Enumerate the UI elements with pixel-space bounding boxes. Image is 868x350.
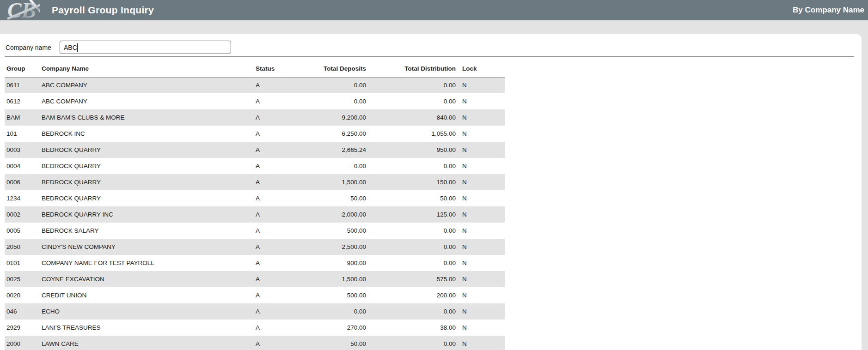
cell-group: 046 xyxy=(5,303,40,320)
table-row[interactable]: 046 ECHO A 0.00 0.00 N xyxy=(5,303,505,320)
column-header-distribution: Total Distribution xyxy=(371,60,460,77)
cell-deposits: 2,500.00 xyxy=(299,239,371,255)
payroll-group-table: Group Company Name Status Total Deposits… xyxy=(5,60,505,350)
cell-group: 0002 xyxy=(5,206,40,223)
cell-company-name: BEDROCK QUARRY xyxy=(40,174,252,190)
cell-status: A xyxy=(252,223,299,239)
cell-distribution: 1,055.00 xyxy=(371,126,460,142)
cell-company-name: ECHO xyxy=(40,303,252,320)
table-row[interactable]: 2929 LANI'S TREASURES A 270.00 38.00 N xyxy=(5,320,505,336)
column-header-status: Status xyxy=(252,60,299,77)
cell-lock: N xyxy=(460,271,505,287)
table-row[interactable]: 1234 BEDROCK QUARRY A 50.00 50.00 N xyxy=(5,190,505,206)
cell-lock: N xyxy=(460,239,505,255)
table-row[interactable]: 0612 ABC COMPANY A 0.00 0.00 N xyxy=(5,93,505,109)
page-gutter xyxy=(862,20,868,350)
cell-group: 0006 xyxy=(5,174,40,190)
cbx-logo-icon: CB xyxy=(6,0,40,20)
cell-status: A xyxy=(252,93,299,109)
cell-status: A xyxy=(252,255,299,271)
cell-status: A xyxy=(252,190,299,206)
cell-group: 2929 xyxy=(5,320,40,336)
table-row[interactable]: 0004 BEDROCK QUARRY A 0.00 0.00 N xyxy=(5,158,505,174)
cell-group: 2050 xyxy=(5,239,40,255)
cell-status: A xyxy=(252,303,299,320)
cell-distribution: 0.00 xyxy=(371,77,460,93)
column-header-group: Group xyxy=(5,60,40,77)
cell-lock: N xyxy=(460,126,505,142)
cell-company-name: COMPANY NAME FOR TEST PAYROLL xyxy=(40,255,252,271)
cell-distribution: 200.00 xyxy=(371,287,460,303)
cell-status: A xyxy=(252,336,299,350)
cell-company-name: COYNE EXCAVATION xyxy=(40,271,252,287)
inquiry-mode-label: By Company Name xyxy=(793,6,864,15)
table-row[interactable]: 0025 COYNE EXCAVATION A 1,500.00 575.00 … xyxy=(5,271,505,287)
cell-status: A xyxy=(252,320,299,336)
company-name-input-wrap xyxy=(60,41,231,54)
cell-company-name: BEDROCK QUARRY xyxy=(40,190,252,206)
cell-deposits: 2,000.00 xyxy=(299,206,371,223)
table-header: Group Company Name Status Total Deposits… xyxy=(5,60,505,77)
cell-status: A xyxy=(252,239,299,255)
cell-deposits: 900.00 xyxy=(299,255,371,271)
cell-lock: N xyxy=(460,303,505,320)
cell-deposits: 0.00 xyxy=(299,93,371,109)
cell-distribution: 50.00 xyxy=(371,190,460,206)
cell-status: A xyxy=(252,206,299,223)
cell-company-name: BEDROCK QUARRY xyxy=(40,142,252,158)
cell-status: A xyxy=(252,158,299,174)
table-row[interactable]: 0003 BEDROCK QUARRY A 2,665.24 950.00 N xyxy=(5,142,505,158)
table-row[interactable]: 0002 BEDROCK QUARRY INC A 2,000.00 125.0… xyxy=(5,206,505,223)
table-row[interactable]: 2000 LAWN CARE A 50.00 0.00 N xyxy=(5,336,505,350)
cell-lock: N xyxy=(460,320,505,336)
cell-company-name: CINDY'S NEW COMPANY xyxy=(40,239,252,255)
cell-lock: N xyxy=(460,93,505,109)
cell-group: 1234 xyxy=(5,190,40,206)
cell-group: 2000 xyxy=(5,336,40,350)
cell-lock: N xyxy=(460,287,505,303)
table-row[interactable]: 0005 BEDROCK SALARY A 500.00 0.00 N xyxy=(5,223,505,239)
column-header-deposits: Total Deposits xyxy=(299,60,371,77)
table-row[interactable]: 0020 CREDIT UNION A 500.00 200.00 N xyxy=(5,287,505,303)
cell-distribution: 575.00 xyxy=(371,271,460,287)
cell-distribution: 38.00 xyxy=(371,320,460,336)
cell-lock: N xyxy=(460,77,505,93)
cell-company-name: BEDROCK QUARRY INC xyxy=(40,206,252,223)
table-row[interactable]: 0101 COMPANY NAME FOR TEST PAYROLL A 900… xyxy=(5,255,505,271)
cell-deposits: 0.00 xyxy=(299,77,371,93)
cell-deposits: 1,500.00 xyxy=(299,271,371,287)
page-title: Payroll Group Inquiry xyxy=(52,5,154,16)
cell-status: A xyxy=(252,287,299,303)
cell-deposits: 50.00 xyxy=(299,190,371,206)
company-name-input[interactable] xyxy=(60,41,231,54)
cell-group: BAM xyxy=(5,109,40,126)
table-row[interactable]: 0611 ABC COMPANY A 0.00 0.00 N xyxy=(5,77,505,93)
cell-group: 0003 xyxy=(5,142,40,158)
cell-distribution: 0.00 xyxy=(371,303,460,320)
cell-status: A xyxy=(252,109,299,126)
cell-distribution: 950.00 xyxy=(371,142,460,158)
cell-lock: N xyxy=(460,190,505,206)
cell-distribution: 0.00 xyxy=(371,336,460,350)
cell-company-name: ABC COMPANY xyxy=(40,77,252,93)
cell-group: 101 xyxy=(5,126,40,142)
table-row[interactable]: 0006 BEDROCK QUARRY A 1,500.00 150.00 N xyxy=(5,174,505,190)
cell-lock: N xyxy=(460,336,505,350)
cell-lock: N xyxy=(460,142,505,158)
table-body: 0611 ABC COMPANY A 0.00 0.00 N 0612 ABC … xyxy=(5,77,505,350)
table-row[interactable]: 2050 CINDY'S NEW COMPANY A 2,500.00 0.00… xyxy=(5,239,505,255)
table-row[interactable]: 101 BEDROCK INC A 6,250.00 1,055.00 N xyxy=(5,126,505,142)
cell-distribution: 150.00 xyxy=(371,174,460,190)
cell-distribution: 0.00 xyxy=(371,158,460,174)
cell-distribution: 0.00 xyxy=(371,93,460,109)
cell-status: A xyxy=(252,142,299,158)
cell-group: 0612 xyxy=(5,93,40,109)
table-row[interactable]: BAM BAM BAM'S CLUBS & MORE A 9,200.00 84… xyxy=(5,109,505,126)
cell-company-name: ABC COMPANY xyxy=(40,93,252,109)
cell-deposits: 270.00 xyxy=(299,320,371,336)
cell-group: 0004 xyxy=(5,158,40,174)
content-card: Company name Group Company Name Status T… xyxy=(0,34,862,350)
cell-lock: N xyxy=(460,223,505,239)
cell-deposits: 0.00 xyxy=(299,303,371,320)
cell-deposits: 1,500.00 xyxy=(299,174,371,190)
